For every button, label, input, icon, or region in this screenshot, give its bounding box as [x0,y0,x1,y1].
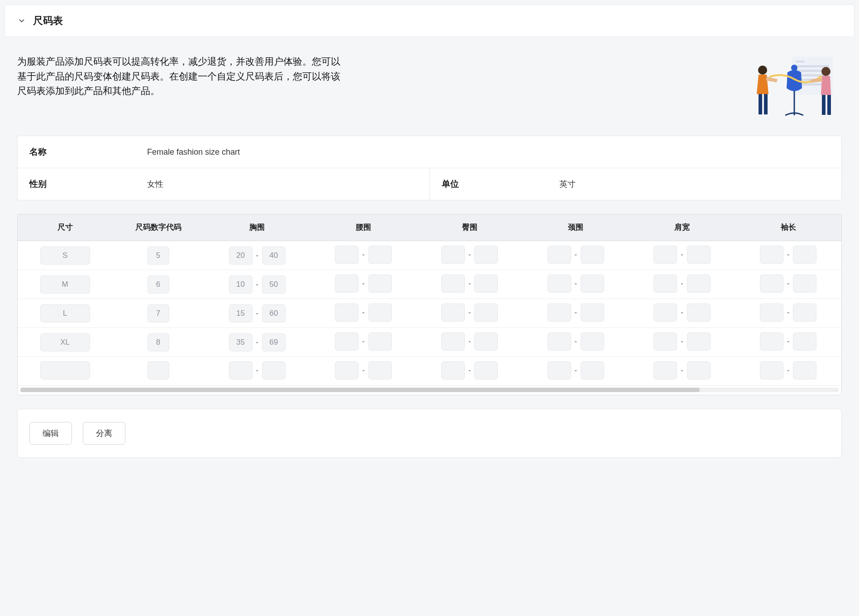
shoulder-max-input[interactable] [687,246,711,264]
hip-max-input[interactable] [474,275,498,293]
bust-max-input[interactable]: 50 [262,275,286,294]
neck-min-input[interactable] [548,275,571,293]
shoulder-max-input[interactable] [687,332,711,351]
shoulder-min-input[interactable] [654,246,677,264]
section-header[interactable]: 尺码表 [5,5,854,37]
waist-max-input[interactable] [368,275,392,293]
bust-max-input[interactable]: 69 [262,333,286,351]
waist-min-input[interactable] [335,246,358,264]
neck-min-input[interactable] [548,332,571,351]
hip-range: - [441,361,498,379]
bust-range: 10-50 [229,275,286,294]
detach-button[interactable]: 分离 [83,422,125,445]
neck-max-input[interactable] [581,246,604,264]
shoulder-max-input[interactable] [687,361,711,379]
range-dash: - [256,251,258,260]
waist-min-input[interactable] [335,303,358,322]
bust-min-input[interactable] [229,361,253,379]
bust-min-input[interactable]: 35 [229,333,253,351]
bust-min-input[interactable]: 15 [229,304,253,322]
sleeve-max-input[interactable] [793,303,816,322]
hip-min-input[interactable] [441,332,465,351]
shoulder-min-input[interactable] [654,275,677,293]
neck-min-input[interactable] [548,303,571,322]
neck-max-input[interactable] [581,303,604,322]
sleeve-max-input[interactable] [793,246,816,264]
shoulder-min-input[interactable] [654,332,677,351]
sleeve-max-input[interactable] [793,332,816,351]
scrollbar-thumb[interactable] [20,388,700,392]
meta-name-label: 名称 [29,146,57,158]
code-input[interactable]: 7 [148,304,169,322]
hip-max-input[interactable] [474,332,498,351]
waist-max-input[interactable] [368,303,392,322]
hip-min-input[interactable] [441,246,465,264]
range-dash: - [362,280,364,288]
bust-max-input[interactable]: 40 [262,246,286,265]
bust-min-input[interactable]: 10 [229,275,253,294]
neck-max-input[interactable] [581,332,604,351]
meta-card: 名称 Female fashion size chart 性别 女性 单位 英寸 [17,136,842,200]
shoulder-max-input[interactable] [687,275,711,293]
hip-min-input[interactable] [441,361,465,379]
waist-min-input[interactable] [335,361,358,379]
sleeve-range: - [760,332,816,351]
sleeve-min-input[interactable] [760,332,783,351]
range-dash: - [468,308,471,317]
bust-min-input[interactable]: 20 [229,246,253,265]
neck-min-input[interactable] [548,361,571,379]
sleeve-range: - [760,303,816,322]
neck-max-input[interactable] [581,361,604,379]
neck-max-input[interactable] [581,275,604,293]
range-dash: - [681,251,683,259]
chevron-down-icon [18,17,26,25]
shoulder-min-input[interactable] [654,303,677,322]
hip-range: - [441,332,498,351]
sleeve-range: - [760,275,816,293]
sleeve-min-input[interactable] [760,303,783,322]
waist-max-input[interactable] [368,332,392,351]
size-input[interactable]: S [40,246,90,265]
meta-gender-label: 性别 [29,178,57,190]
code-input[interactable]: 6 [148,275,169,294]
sleeve-min-input[interactable] [760,246,783,264]
hip-min-input[interactable] [441,303,465,322]
sleeve-min-input[interactable] [760,361,783,379]
horizontal-scrollbar[interactable] [20,388,839,392]
section-title: 尺码表 [33,14,63,28]
meta-name-value: Female fashion size chart [75,147,830,157]
neck-min-input[interactable] [548,246,571,264]
size-input[interactable] [40,361,90,379]
sleeve-min-input[interactable] [760,275,783,293]
shoulder-min-input[interactable] [654,361,677,379]
bust-max-input[interactable]: 60 [262,304,286,322]
edit-button[interactable]: 编辑 [29,422,72,445]
size-input[interactable]: M [40,275,90,294]
code-input[interactable]: 8 [148,333,169,351]
hip-max-input[interactable] [474,246,498,264]
range-dash: - [256,338,258,346]
hip-range: - [441,246,498,264]
range-dash: - [787,337,789,346]
shoulder-max-input[interactable] [687,303,711,322]
waist-max-input[interactable] [368,361,392,379]
col-size: 尺寸 [18,214,112,241]
svg-rect-1 [796,61,805,62]
waist-max-input[interactable] [368,246,392,264]
bust-max-input[interactable] [262,361,286,379]
hip-max-input[interactable] [474,303,498,322]
hip-max-input[interactable] [474,361,498,379]
code-input[interactable] [148,361,169,379]
sleeve-max-input[interactable] [793,275,816,293]
size-input[interactable]: XL [40,333,90,351]
table-row: L715-60----- [18,299,841,328]
hip-min-input[interactable] [441,275,465,293]
code-input[interactable]: 5 [148,246,169,265]
size-input[interactable]: L [40,304,90,322]
shoulder-range: - [654,361,710,379]
waist-min-input[interactable] [335,332,358,351]
waist-min-input[interactable] [335,275,358,293]
sleeve-max-input[interactable] [793,361,816,379]
range-dash: - [256,280,258,289]
intro-row: 为服装产品添加尺码表可以提高转化率，减少退货，并改善用户体验。您可以基于此产品的… [5,45,854,136]
